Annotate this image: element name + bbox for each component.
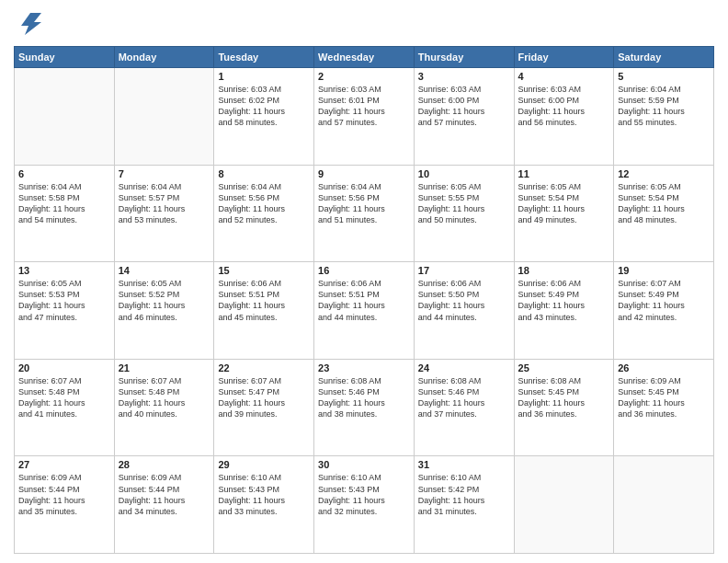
- page: SundayMondayTuesdayWednesdayThursdayFrid…: [0, 0, 728, 563]
- calendar-cell: [15, 68, 115, 166]
- day-number: 27: [18, 459, 110, 470]
- day-number: 31: [418, 459, 510, 470]
- calendar-week-row: 1Sunrise: 6:03 AM Sunset: 6:02 PM Daylig…: [15, 68, 714, 166]
- day-number: 20: [18, 362, 110, 373]
- calendar-cell: 31Sunrise: 6:10 AM Sunset: 5:42 PM Dayli…: [414, 456, 514, 554]
- svg-marker-0: [21, 13, 41, 35]
- cell-content: Sunrise: 6:10 AM Sunset: 5:43 PM Dayligh…: [318, 472, 410, 517]
- day-number: 21: [119, 362, 210, 373]
- calendar-cell: 2Sunrise: 6:03 AM Sunset: 6:01 PM Daylig…: [314, 68, 415, 166]
- cell-content: Sunrise: 6:09 AM Sunset: 5:45 PM Dayligh…: [618, 375, 710, 420]
- calendar-week-row: 6Sunrise: 6:04 AM Sunset: 5:58 PM Daylig…: [15, 165, 714, 262]
- calendar-cell: 19Sunrise: 6:07 AM Sunset: 5:49 PM Dayli…: [614, 262, 714, 360]
- calendar-cell: 16Sunrise: 6:06 AM Sunset: 5:51 PM Dayli…: [314, 262, 415, 360]
- day-number: 8: [218, 168, 310, 179]
- day-number: 4: [518, 71, 610, 82]
- calendar-week-row: 27Sunrise: 6:09 AM Sunset: 5:44 PM Dayli…: [15, 456, 714, 554]
- cell-content: Sunrise: 6:04 AM Sunset: 5:57 PM Dayligh…: [119, 181, 210, 226]
- calendar-cell: 23Sunrise: 6:08 AM Sunset: 5:46 PM Dayli…: [314, 359, 415, 456]
- cell-content: Sunrise: 6:05 AM Sunset: 5:55 PM Dayligh…: [418, 181, 510, 226]
- day-number: 11: [518, 168, 610, 179]
- day-number: 26: [618, 362, 710, 373]
- day-number: 7: [119, 168, 210, 179]
- day-number: 29: [218, 459, 310, 470]
- day-number: 15: [218, 265, 310, 276]
- calendar-cell: 29Sunrise: 6:10 AM Sunset: 5:43 PM Dayli…: [214, 456, 314, 554]
- calendar-cell: 12Sunrise: 6:05 AM Sunset: 5:54 PM Dayli…: [614, 165, 714, 262]
- calendar-week-row: 20Sunrise: 6:07 AM Sunset: 5:48 PM Dayli…: [15, 359, 714, 456]
- day-number: 2: [318, 71, 410, 82]
- header: [14, 9, 714, 39]
- logo: [14, 9, 47, 39]
- cell-content: Sunrise: 6:03 AM Sunset: 6:00 PM Dayligh…: [518, 84, 610, 129]
- weekday-header-saturday: Saturday: [614, 47, 714, 68]
- cell-content: Sunrise: 6:04 AM Sunset: 5:58 PM Dayligh…: [18, 181, 110, 226]
- cell-content: Sunrise: 6:06 AM Sunset: 5:50 PM Dayligh…: [418, 278, 510, 323]
- day-number: 14: [119, 265, 210, 276]
- cell-content: Sunrise: 6:05 AM Sunset: 5:52 PM Dayligh…: [119, 278, 210, 323]
- day-number: 24: [418, 362, 510, 373]
- calendar-cell: [614, 456, 714, 554]
- calendar-cell: 18Sunrise: 6:06 AM Sunset: 5:49 PM Dayli…: [514, 262, 614, 360]
- cell-content: Sunrise: 6:06 AM Sunset: 5:49 PM Dayligh…: [518, 278, 610, 323]
- calendar-cell: 5Sunrise: 6:04 AM Sunset: 5:59 PM Daylig…: [614, 68, 714, 166]
- cell-content: Sunrise: 6:07 AM Sunset: 5:48 PM Dayligh…: [18, 375, 110, 420]
- weekday-header-sunday: Sunday: [15, 47, 115, 68]
- cell-content: Sunrise: 6:04 AM Sunset: 5:56 PM Dayligh…: [318, 181, 410, 226]
- cell-content: Sunrise: 6:10 AM Sunset: 5:42 PM Dayligh…: [418, 472, 510, 517]
- cell-content: Sunrise: 6:04 AM Sunset: 5:56 PM Dayligh…: [218, 181, 310, 226]
- cell-content: Sunrise: 6:03 AM Sunset: 6:00 PM Dayligh…: [418, 84, 510, 129]
- weekday-header-thursday: Thursday: [414, 47, 514, 68]
- calendar-cell: 8Sunrise: 6:04 AM Sunset: 5:56 PM Daylig…: [214, 165, 314, 262]
- day-number: 28: [119, 459, 210, 470]
- cell-content: Sunrise: 6:07 AM Sunset: 5:48 PM Dayligh…: [119, 375, 210, 420]
- cell-content: Sunrise: 6:05 AM Sunset: 5:53 PM Dayligh…: [18, 278, 110, 323]
- cell-content: Sunrise: 6:03 AM Sunset: 6:01 PM Dayligh…: [318, 84, 410, 129]
- day-number: 9: [318, 168, 410, 179]
- cell-content: Sunrise: 6:06 AM Sunset: 5:51 PM Dayligh…: [318, 278, 410, 323]
- calendar-cell: 4Sunrise: 6:03 AM Sunset: 6:00 PM Daylig…: [514, 68, 614, 166]
- calendar-cell: 1Sunrise: 6:03 AM Sunset: 6:02 PM Daylig…: [214, 68, 314, 166]
- calendar-cell: 6Sunrise: 6:04 AM Sunset: 5:58 PM Daylig…: [15, 165, 115, 262]
- calendar-cell: 24Sunrise: 6:08 AM Sunset: 5:46 PM Dayli…: [414, 359, 514, 456]
- logo-icon: [14, 9, 43, 39]
- cell-content: Sunrise: 6:06 AM Sunset: 5:51 PM Dayligh…: [218, 278, 310, 323]
- day-number: 30: [318, 459, 410, 470]
- calendar-cell: 9Sunrise: 6:04 AM Sunset: 5:56 PM Daylig…: [314, 165, 415, 262]
- calendar-cell: [514, 456, 614, 554]
- cell-content: Sunrise: 6:08 AM Sunset: 5:46 PM Dayligh…: [318, 375, 410, 420]
- cell-content: Sunrise: 6:08 AM Sunset: 5:45 PM Dayligh…: [518, 375, 610, 420]
- calendar-cell: 15Sunrise: 6:06 AM Sunset: 5:51 PM Dayli…: [214, 262, 314, 360]
- day-number: 23: [318, 362, 410, 373]
- calendar-cell: 26Sunrise: 6:09 AM Sunset: 5:45 PM Dayli…: [614, 359, 714, 456]
- day-number: 25: [518, 362, 610, 373]
- calendar-cell: 14Sunrise: 6:05 AM Sunset: 5:52 PM Dayli…: [114, 262, 214, 360]
- calendar-cell: [114, 68, 214, 166]
- cell-content: Sunrise: 6:05 AM Sunset: 5:54 PM Dayligh…: [518, 181, 610, 226]
- day-number: 3: [418, 71, 510, 82]
- weekday-header-row: SundayMondayTuesdayWednesdayThursdayFrid…: [15, 47, 714, 68]
- cell-content: Sunrise: 6:05 AM Sunset: 5:54 PM Dayligh…: [618, 181, 710, 226]
- calendar-cell: 21Sunrise: 6:07 AM Sunset: 5:48 PM Dayli…: [114, 359, 214, 456]
- day-number: 17: [418, 265, 510, 276]
- cell-content: Sunrise: 6:07 AM Sunset: 5:47 PM Dayligh…: [218, 375, 310, 420]
- calendar-cell: 20Sunrise: 6:07 AM Sunset: 5:48 PM Dayli…: [15, 359, 115, 456]
- cell-content: Sunrise: 6:09 AM Sunset: 5:44 PM Dayligh…: [18, 472, 110, 517]
- day-number: 1: [218, 71, 310, 82]
- calendar-cell: 22Sunrise: 6:07 AM Sunset: 5:47 PM Dayli…: [214, 359, 314, 456]
- calendar-cell: 28Sunrise: 6:09 AM Sunset: 5:44 PM Dayli…: [114, 456, 214, 554]
- calendar-cell: 7Sunrise: 6:04 AM Sunset: 5:57 PM Daylig…: [114, 165, 214, 262]
- weekday-header-tuesday: Tuesday: [214, 47, 314, 68]
- weekday-header-friday: Friday: [514, 47, 614, 68]
- calendar-cell: 25Sunrise: 6:08 AM Sunset: 5:45 PM Dayli…: [514, 359, 614, 456]
- calendar-table: SundayMondayTuesdayWednesdayThursdayFrid…: [14, 46, 714, 554]
- weekday-header-wednesday: Wednesday: [314, 47, 415, 68]
- calendar-cell: 17Sunrise: 6:06 AM Sunset: 5:50 PM Dayli…: [414, 262, 514, 360]
- day-number: 12: [618, 168, 710, 179]
- calendar-week-row: 13Sunrise: 6:05 AM Sunset: 5:53 PM Dayli…: [15, 262, 714, 360]
- day-number: 18: [518, 265, 610, 276]
- cell-content: Sunrise: 6:04 AM Sunset: 5:59 PM Dayligh…: [618, 84, 710, 129]
- day-number: 10: [418, 168, 510, 179]
- day-number: 19: [618, 265, 710, 276]
- calendar-cell: 30Sunrise: 6:10 AM Sunset: 5:43 PM Dayli…: [314, 456, 415, 554]
